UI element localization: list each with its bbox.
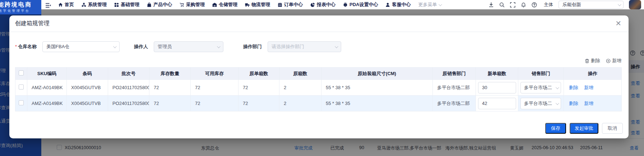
col-header-stock-qty: 库存数量 <box>149 68 191 80</box>
submit-approval-button[interactable]: 发起审批 <box>570 123 598 134</box>
header-checkbox-cell <box>15 68 27 80</box>
col-header-barcode: 条码 <box>67 68 108 80</box>
box-spec-table: SKU编码 条码 批次号 库存数量 可用库存 原单箱数 原箱数 原始装箱尺寸(C… <box>15 67 622 111</box>
col-header-actions: 操作 <box>564 68 622 80</box>
tenant-select[interactable]: 乐能创新 <box>559 1 624 9</box>
nav-item-warehouse[interactable]: 仓储管理 <box>212 1 237 8</box>
col-header-orig-box-size: 原始装箱尺寸(CM) <box>321 68 433 80</box>
cart-icon <box>180 3 184 7</box>
chevron-down-icon <box>556 101 559 105</box>
operator-label: 操作人 <box>134 43 148 50</box>
person-icon <box>385 3 390 7</box>
nav-item-system[interactable]: 系统管理 <box>82 1 107 8</box>
col-header-new-unit-boxes: 新单箱数 <box>476 68 518 80</box>
cell-orig-boxes: 2 <box>279 80 321 96</box>
operation-dept-label: 操作部门 <box>243 43 262 50</box>
delete-row-link[interactable]: 删除 <box>569 100 578 107</box>
nav-item-basic[interactable]: 基础管理 <box>114 1 139 8</box>
chevron-down-icon <box>439 3 442 6</box>
warehouse-select[interactable]: 美国FBA仓 <box>42 41 120 52</box>
sales-dept-select[interactable]: 多平台市场二 <box>520 98 561 109</box>
search-icon[interactable] <box>499 2 505 8</box>
col-header-sales-dept: 销售部门 <box>518 68 564 80</box>
nav-item-service[interactable]: 客服中心 <box>385 1 411 8</box>
cell-stock-qty: 72 <box>149 96 191 111</box>
delete-row-link[interactable]: 删除 <box>569 84 578 91</box>
cell-barcode: X0045GUTVB <box>67 80 108 96</box>
create-box-spec-modal: 创建箱规管理 ✕ *仓库名称 美国FBA仓 操作人 管理员 操作部门 请选择操作… <box>9 15 629 138</box>
col-header-orig-unit-boxes: 原单箱数 <box>238 68 279 80</box>
chevron-down-icon <box>556 86 559 89</box>
batch-delete-button[interactable]: 删除 <box>585 58 600 64</box>
table-row: AMZ-A0149BK X0045GUTVB PO240117025800101… <box>15 80 622 96</box>
help-icon[interactable] <box>532 2 537 8</box>
add-row-link[interactable]: 新增 <box>584 84 593 91</box>
download-icon[interactable] <box>488 2 494 8</box>
cell-orig-box-size: 55 * 38 * 35 <box>321 96 433 111</box>
main-menu: 首页 系统管理 基础管理 产品中心 采购管理 仓储管理 物流管理 订单中心 <box>58 1 441 8</box>
warehouse-icon <box>212 3 217 7</box>
modal-title: 创建箱规管理 <box>15 20 50 27</box>
bag-icon <box>147 3 152 7</box>
top-navbar: 首页 系统管理 基础管理 产品中心 采购管理 仓储管理 物流管理 订单中心 <box>0 0 644 9</box>
avatar[interactable] <box>629 0 641 9</box>
required-asterisk: * <box>15 44 17 49</box>
select-all-checkbox[interactable] <box>19 70 24 75</box>
cell-available: 72 <box>191 96 238 111</box>
nav-item-orders[interactable]: 订单中心 <box>278 1 303 8</box>
fullscreen-icon[interactable] <box>510 2 515 8</box>
col-header-available: 可用库存 <box>191 68 238 80</box>
device-icon <box>343 3 348 7</box>
col-header-orig-sales-dept: 原销售部门 <box>433 68 476 80</box>
navbar-right-group: 主体 乐能创新 <box>488 0 644 9</box>
app-logo: 能跨境电商 数字化管理平台 <box>0 0 41 14</box>
add-row-link[interactable]: 新增 <box>584 100 593 107</box>
nav-item-reports[interactable]: 报表中心 <box>310 1 335 8</box>
cell-orig-sales-dept: 多平台市场二部 <box>433 96 476 111</box>
cell-orig-unit-boxes: 72 <box>238 96 279 111</box>
close-icon[interactable]: ✕ <box>615 20 621 27</box>
calendar-icon <box>278 3 282 7</box>
operator-select[interactable]: 管理员 <box>154 41 223 52</box>
nav-item-purchase[interactable]: 采购管理 <box>180 1 205 8</box>
grid-icon <box>114 3 119 7</box>
row-checkbox[interactable] <box>19 84 24 90</box>
cell-sku: AMZ-A0149BK <box>27 96 67 111</box>
cell-available: 72 <box>191 80 238 96</box>
cancel-button[interactable]: 取消 <box>602 123 623 134</box>
cell-stock-qty: 72 <box>149 80 191 96</box>
sales-dept-select[interactable]: 多平台市场二 <box>520 82 561 93</box>
chevron-down-icon <box>618 3 621 6</box>
plus-circle-icon <box>606 59 611 63</box>
row-checkbox[interactable] <box>19 100 24 105</box>
cell-orig-unit-boxes: 72 <box>238 80 279 96</box>
nav-item-more-menu[interactable]: 更多菜单 <box>418 1 441 8</box>
cell-barcode: X0045GUTVB <box>67 96 108 111</box>
nav-item-pda[interactable]: PDA设置中心 <box>343 1 378 8</box>
col-header-orig-boxes: 原箱数 <box>279 68 321 80</box>
nav-item-home[interactable]: 首页 <box>58 1 74 8</box>
cell-orig-box-size: 55 * 38 * 35 <box>321 80 433 96</box>
col-header-batch-no: 批次号 <box>108 68 149 80</box>
save-button[interactable]: 保存 <box>545 123 566 134</box>
trash-icon <box>585 59 589 63</box>
new-unit-boxes-input[interactable] <box>478 82 516 93</box>
nav-item-product[interactable]: 产品中心 <box>147 1 172 8</box>
warehouse-label: *仓库名称 <box>15 43 37 50</box>
truck-icon <box>245 3 250 7</box>
table-header-row: SKU编码 条码 批次号 库存数量 可用库存 原单箱数 原箱数 原始装箱尺寸(C… <box>15 68 622 80</box>
operation-dept-select[interactable]: 请选择操作部门 <box>268 41 341 52</box>
table-row: AMZ-A0149BK X0045GUTVB PO240117025800101… <box>15 96 622 111</box>
cell-orig-sales-dept: 多平台市场二部 <box>433 80 476 96</box>
new-unit-boxes-input[interactable] <box>478 98 516 109</box>
bell-icon[interactable] <box>521 2 526 8</box>
batch-add-button[interactable]: 新增 <box>606 58 621 64</box>
pie-chart-icon <box>310 3 315 7</box>
menu-collapse-icon[interactable] <box>45 3 51 7</box>
chevron-down-icon <box>217 45 221 48</box>
table-toolbar: 删除 新增 <box>17 57 621 64</box>
cell-batch-no: PO240117025800101 <box>108 96 149 111</box>
nav-item-logistics[interactable]: 物流管理 <box>245 1 270 8</box>
modal-footer: 保存 发起审批 取消 <box>545 123 623 134</box>
col-header-sku: SKU编码 <box>27 68 67 80</box>
